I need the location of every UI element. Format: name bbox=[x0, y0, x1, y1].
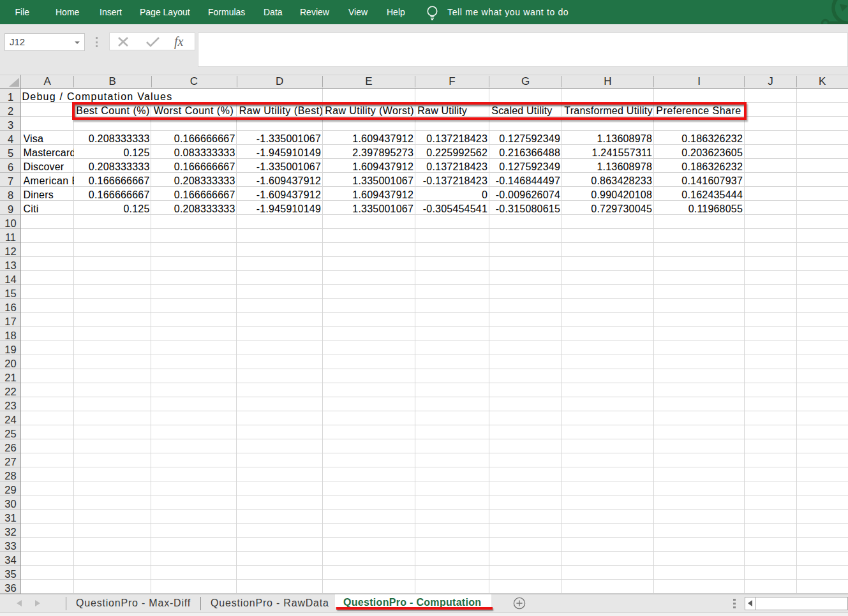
svg-text:fx: fx bbox=[174, 34, 184, 49]
